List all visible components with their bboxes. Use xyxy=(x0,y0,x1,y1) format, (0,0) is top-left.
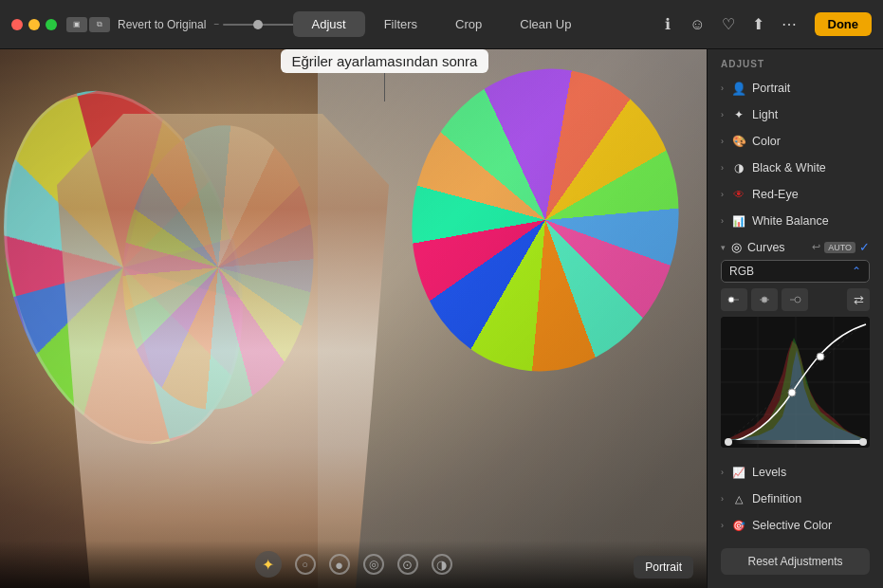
panel-row-portrait[interactable]: › 👤 Portrait xyxy=(708,75,883,101)
svg-point-0 xyxy=(728,297,734,303)
split-view-btn[interactable]: ⧉ xyxy=(89,17,110,32)
chevron-icon-color: › xyxy=(721,137,724,146)
maximize-button[interactable] xyxy=(46,19,57,30)
undo-icon[interactable]: ↩ xyxy=(812,241,820,253)
definition-label: Definition xyxy=(752,492,870,505)
panel-row-definition[interactable]: › △ Definition xyxy=(708,486,883,512)
close-button[interactable] xyxy=(11,19,23,30)
panel-row-light[interactable]: › ✦ Light xyxy=(708,101,883,128)
circle-icon-2[interactable]: ● xyxy=(329,554,350,575)
minimize-button[interactable] xyxy=(28,19,40,30)
more-icon[interactable]: ⋯ xyxy=(781,16,798,33)
nav-tabs: Adjust Filters Crop Clean Up xyxy=(293,11,591,37)
info-icon[interactable]: ℹ xyxy=(659,16,676,33)
circle-icon-3[interactable]: ◎ xyxy=(363,554,384,575)
svg-rect-19 xyxy=(726,440,866,444)
black-point-tool[interactable] xyxy=(721,288,747,311)
person-overlay xyxy=(57,114,389,588)
svg-point-20 xyxy=(725,438,732,446)
heart-icon[interactable]: ♡ xyxy=(720,16,737,33)
light-label: Light xyxy=(752,108,870,121)
annotation-tooltip: Eğriler ayarlamasından sonra xyxy=(281,49,489,101)
tab-cleanup[interactable]: Clean Up xyxy=(501,11,590,37)
chevron-icon-redeye: › xyxy=(721,190,724,199)
chevron-icon-light: › xyxy=(721,110,724,119)
tab-crop[interactable]: Crop xyxy=(436,11,501,37)
tab-adjust[interactable]: Adjust xyxy=(293,11,365,37)
panel-section-title: ADJUST xyxy=(708,49,883,75)
curves-icon: ◎ xyxy=(731,240,742,254)
tab-filters[interactable]: Filters xyxy=(365,11,436,37)
portrait-icon: 👤 xyxy=(731,81,746,96)
wb-label: White Balance xyxy=(752,214,870,228)
chevron-icon-wb: › xyxy=(721,216,724,226)
svg-point-16 xyxy=(817,353,824,360)
curves-section: ▾ ◎ Curves ↩ AUTO ✓ RGB ⌃ xyxy=(708,234,883,459)
revert-button[interactable]: Revert to Original xyxy=(118,18,206,31)
reset-adjustments-button[interactable]: Reset Adjustments xyxy=(721,548,870,575)
svg-point-15 xyxy=(788,389,796,396)
sunburst-icon[interactable]: ✦ xyxy=(255,551,282,578)
chevron-icon-levels: › xyxy=(721,468,724,477)
bw-label: Black & White xyxy=(752,161,870,175)
chevron-icon: › xyxy=(721,83,724,93)
curves-label: Curves xyxy=(747,241,806,254)
chevron-icon-definition: › xyxy=(721,494,724,504)
curves-actions: ↩ AUTO ✓ xyxy=(812,240,870,254)
redeye-label: Red-Eye xyxy=(752,188,870,201)
done-button[interactable]: Done xyxy=(815,12,873,36)
rgb-label: RGB xyxy=(729,265,754,278)
white-point-tool[interactable] xyxy=(751,288,778,311)
color-label: Color xyxy=(752,135,870,148)
bottom-toolbar: ✦ ○ ● ◎ ⊙ ◑ Portrait xyxy=(0,541,707,588)
svg-point-5 xyxy=(795,297,800,303)
curves-check-icon[interactable]: ✓ xyxy=(859,240,870,254)
circle-icon-5[interactable]: ◑ xyxy=(432,554,452,575)
annotation-text: Eğriler ayarlamasından sonra xyxy=(281,49,489,73)
definition-icon: △ xyxy=(731,491,746,506)
share-icon[interactable]: ⬆ xyxy=(750,16,767,33)
curves-auto-button[interactable]: AUTO xyxy=(824,242,855,253)
circle-icon-4[interactable]: ⊙ xyxy=(397,554,418,575)
curves-header[interactable]: ▾ ◎ Curves ↩ AUTO ✓ xyxy=(721,234,870,260)
titlebar: ▣ ⧉ Revert to Original − + Adjust Filter… xyxy=(0,0,883,49)
rgb-dropdown[interactable]: RGB ⌃ xyxy=(721,260,870,283)
light-icon: ✦ xyxy=(731,107,746,122)
portrait-button[interactable]: Portrait xyxy=(634,556,693,579)
selective-color-icon: 🎯 xyxy=(731,518,746,533)
single-view-btn[interactable]: ▣ xyxy=(66,17,87,32)
panel-row-wb[interactable]: › 📊 White Balance xyxy=(708,208,883,234)
redeye-icon: 👁 xyxy=(731,187,746,202)
swap-button[interactable]: ⇄ xyxy=(847,288,870,311)
color-icon: 🎨 xyxy=(731,134,746,149)
circle-icon-1[interactable]: ○ xyxy=(295,554,316,575)
panel-row-bw[interactable]: › ◑ Black & White xyxy=(708,155,883,181)
levels-label: Levels xyxy=(752,466,870,479)
toolbar-right-icons: ℹ ☺ ♡ ⬆ ⋯ Done xyxy=(659,12,873,36)
bw-icon: ◑ xyxy=(731,160,746,175)
view-toggle: ▣ ⧉ xyxy=(66,17,110,32)
svg-point-21 xyxy=(859,438,867,446)
main-content: ✦ ○ ● ◎ ⊙ ◑ Portrait ADJUST › 👤 Portrait… xyxy=(0,49,883,588)
dropdown-arrow-icon: ⌃ xyxy=(852,265,861,278)
annotation-line xyxy=(384,73,385,101)
portrait-label: Portrait xyxy=(752,82,870,95)
right-panel: ADJUST › 👤 Portrait › ✦ Light › 🎨 Color … xyxy=(707,49,883,588)
photo-area: ✦ ○ ● ◎ ⊙ ◑ Portrait xyxy=(0,49,707,588)
emoji-icon[interactable]: ☺ xyxy=(690,16,707,33)
color-tools: ⇄ xyxy=(721,288,870,311)
midtone-tool[interactable] xyxy=(782,288,808,311)
curves-graph[interactable] xyxy=(721,317,870,448)
chevron-icon-bw: › xyxy=(721,163,724,173)
traffic-lights xyxy=(11,19,57,30)
levels-icon: 📈 xyxy=(731,465,746,480)
photo-placeholder: ✦ ○ ● ◎ ⊙ ◑ Portrait xyxy=(0,49,707,588)
chevron-icon-selective: › xyxy=(721,521,724,530)
wb-icon: 📊 xyxy=(731,213,746,229)
panel-row-levels[interactable]: › 📈 Levels xyxy=(708,459,883,486)
chevron-down-icon: ▾ xyxy=(721,243,726,252)
selective-color-label: Selective Color xyxy=(752,519,870,532)
panel-row-color[interactable]: › 🎨 Color xyxy=(708,128,883,155)
panel-row-redeye[interactable]: › 👁 Red-Eye xyxy=(708,181,883,208)
panel-row-selective-color[interactable]: › 🎯 Selective Color xyxy=(708,512,883,539)
